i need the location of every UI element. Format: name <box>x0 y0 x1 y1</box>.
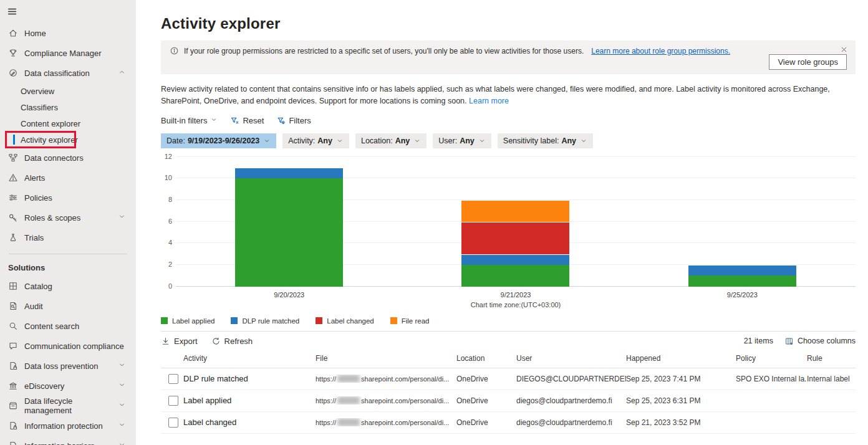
table-row[interactable]: Label appliedhttps://sharepoint.com/pers… <box>161 390 856 412</box>
bar-segment-dlp-rule-matched[interactable] <box>461 254 569 265</box>
sidebar-item-content-explorer[interactable]: Content explorer <box>0 115 136 132</box>
stacked-bar-9-25-2023[interactable] <box>688 265 796 287</box>
file-url-prefix: https:// <box>316 397 336 404</box>
filter-pill-activity[interactable]: Activity:Any <box>282 133 349 148</box>
sidebar-item-label: Roles & scopes <box>24 213 80 222</box>
key-icon <box>8 213 18 222</box>
choose-columns-icon <box>784 337 794 346</box>
sidebar-item-data-lifecycle-management[interactable]: Data lifecycle management <box>0 396 136 416</box>
doc-lock-icon <box>8 421 18 431</box>
filters-button[interactable]: Filters <box>276 116 311 125</box>
hamburger-menu-icon[interactable] <box>0 0 136 23</box>
role-group-permissions-link[interactable]: Learn more about role group permissions. <box>591 47 730 55</box>
file-cell: https://sharepoint.com/personal/di... <box>316 375 456 383</box>
sidebar-item-label: Data loss prevention <box>24 361 99 371</box>
bar-segment-dlp-rule-matched[interactable] <box>235 168 343 178</box>
sidebar-item-trials[interactable]: Trials <box>0 227 136 247</box>
file-url-prefix: https:// <box>316 419 336 426</box>
sidebar-item-communication-compliance[interactable]: Communication compliance <box>0 336 136 356</box>
bar-segment-label-changed[interactable] <box>461 222 569 254</box>
export-download-icon <box>161 337 170 346</box>
column-header-file[interactable]: File <box>316 354 456 363</box>
sidebar-item-ediscovery[interactable]: eDiscovery <box>0 376 136 396</box>
column-header-activity[interactable]: Activity <box>183 354 316 363</box>
column-header-location[interactable]: Location <box>456 354 516 363</box>
chevron-down-icon <box>118 421 126 431</box>
sidebar-item-policies[interactable]: Policies <box>0 188 136 208</box>
page-description: Review activity related to content that … <box>161 84 856 108</box>
sidebar-item-label: Policies <box>24 193 52 203</box>
sidebar-item-label: Home <box>24 29 46 38</box>
sidebar-item-data-classification[interactable]: Data classification <box>0 63 136 83</box>
stacked-bar-9-20-2023[interactable] <box>235 168 343 287</box>
view-role-groups-button[interactable]: View role groups <box>769 54 847 70</box>
sidebar-item-information-protection[interactable]: Information protection <box>0 416 136 436</box>
legend-item-dlp-rule-matched[interactable]: DLP rule matched <box>231 317 299 325</box>
column-header-user[interactable]: User <box>516 354 626 363</box>
sidebar-item-label: Alerts <box>24 173 45 183</box>
sidebar-item-data-connectors[interactable]: Data connectors <box>0 148 136 168</box>
refresh-icon <box>211 337 221 346</box>
filter-pill-user[interactable]: User:Any <box>433 133 491 148</box>
activity-cell: DLP rule matched <box>183 374 316 383</box>
sidebar-item-roles-scopes[interactable]: Roles & scopes <box>0 208 136 227</box>
trophy-icon <box>8 48 18 58</box>
x-axis-label: 9/25/2023 <box>629 291 856 299</box>
sidebar-item-audit[interactable]: Audit <box>0 296 136 316</box>
sidebar-item-compliance-manager[interactable]: Compliance Manager <box>0 43 136 63</box>
reset-filters-button[interactable]: Reset <box>230 116 264 125</box>
selection-indicator <box>13 135 15 145</box>
table-row[interactable]: Label changedhttps://sharepoint.com/pers… <box>161 412 856 434</box>
bar-segment-label-applied[interactable] <box>235 178 343 286</box>
bar-segment-file-read[interactable] <box>461 200 569 222</box>
sidebar-item-label: Compliance Manager <box>24 49 102 58</box>
column-header-policy[interactable]: Policy <box>736 354 807 363</box>
pill-label: Date: <box>166 136 185 145</box>
filter-pill-sensitivity-label[interactable]: Sensitivity label:Any <box>498 133 593 148</box>
alert-icon <box>8 173 18 183</box>
built-in-filters-dropdown[interactable]: Built-in filters <box>161 116 218 125</box>
redacted-blur <box>337 418 360 426</box>
sidebar-item-alerts[interactable]: Alerts <box>0 168 136 188</box>
sidebar-item-data-loss-prevention[interactable]: Data loss prevention <box>0 356 136 376</box>
activity-chart: 024681012 9/20/20239/21/20239/25/2023 Ch… <box>161 157 856 309</box>
export-button[interactable]: Export <box>161 337 198 346</box>
legend-item-file-read[interactable]: File read <box>390 317 430 325</box>
main-content: Activity explorer If your role group per… <box>136 0 868 445</box>
bar-segment-label-applied[interactable] <box>461 265 569 287</box>
file-url-suffix: sharepoint.com/personal/di... <box>361 419 449 426</box>
stacked-bar-9-21-2023[interactable] <box>461 200 569 287</box>
sidebar-item-information-barriers[interactable]: Information barriers <box>0 436 136 445</box>
legend-item-label-applied[interactable]: Label applied <box>161 317 215 325</box>
choose-columns-button[interactable]: Choose columns <box>784 337 856 346</box>
file-url-suffix: sharepoint.com/personal/di... <box>361 397 449 404</box>
learn-more-link[interactable]: Learn more <box>469 97 509 105</box>
location-cell: OneDrive <box>456 396 516 405</box>
sidebar-item-label: Activity explorer <box>21 135 78 145</box>
table-row[interactable]: DLP rule matchedhttps://sharepoint.com/p… <box>161 368 856 390</box>
pill-label: Sensitivity label: <box>503 136 559 145</box>
row-checkbox[interactable] <box>168 396 178 406</box>
legend-swatch <box>390 317 397 324</box>
sidebar-item-classifiers[interactable]: Classifiers <box>0 99 136 115</box>
banner-close-icon[interactable] <box>840 45 848 54</box>
row-checkbox[interactable] <box>168 374 178 384</box>
sidebar-item-activity-explorer[interactable]: Activity explorer <box>0 132 136 148</box>
filter-pill-location[interactable]: Location:Any <box>355 133 427 148</box>
column-header-happened[interactable]: Happened <box>626 354 736 363</box>
sidebar-item-overview[interactable]: Overview <box>0 83 136 99</box>
chevron-down-icon <box>413 137 421 145</box>
sidebar-item-label: Overview <box>21 87 54 96</box>
row-checkbox[interactable] <box>168 418 178 428</box>
refresh-button[interactable]: Refresh <box>211 337 253 346</box>
chevron-down-icon <box>118 361 126 371</box>
sidebar-item-catalog[interactable]: Catalog <box>0 276 136 296</box>
sidebar-section-label: Solutions <box>0 254 136 276</box>
sidebar-item-content-search[interactable]: Content search <box>0 316 136 336</box>
bar-segment-dlp-rule-matched[interactable] <box>688 265 796 275</box>
bar-segment-label-applied[interactable] <box>688 275 796 286</box>
filter-pill-date[interactable]: Date:9/19/2023-9/26/2023 <box>161 133 276 148</box>
legend-item-label-changed[interactable]: Label changed <box>316 317 374 325</box>
sidebar-item-home[interactable]: Home <box>0 23 136 43</box>
column-header-rule[interactable]: Rule <box>807 354 856 363</box>
